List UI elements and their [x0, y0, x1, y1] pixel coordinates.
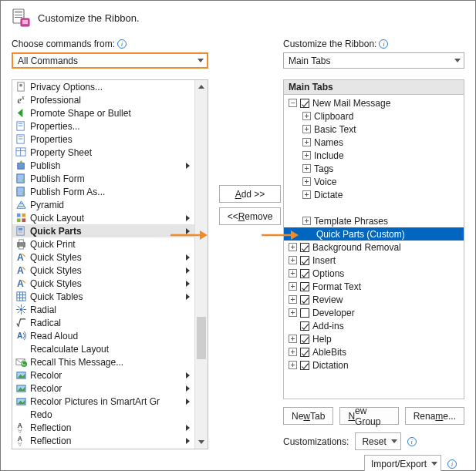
info-icon[interactable] [379, 39, 388, 49]
list-item[interactable]: AQuick Styles [12, 264, 194, 277]
import-export-button[interactable]: Import/Export [364, 455, 441, 471]
new-group-button[interactable]: New Group [339, 407, 398, 425]
list-item[interactable]: AAReflection [12, 434, 194, 447]
list-item[interactable]: Quick Parts [12, 224, 194, 237]
tree-item[interactable]: +AbleBits [284, 345, 464, 358]
expand-icon[interactable]: + [302, 151, 311, 160]
tree-item[interactable]: +Template Phrases [284, 214, 464, 227]
tree-item[interactable]: +Include [284, 149, 464, 162]
ribbon-tabs-select[interactable]: Main Tabs [283, 52, 464, 69]
new-tab-button[interactable]: New Tab [283, 407, 333, 425]
tree-item[interactable]: +Insert [284, 254, 464, 267]
list-item[interactable]: Quick Layout [12, 211, 194, 224]
list-item[interactable]: exProfessional [12, 93, 194, 106]
list-item-label: Quick Styles [30, 252, 186, 263]
expand-icon[interactable]: + [289, 361, 297, 369]
list-item[interactable]: Property Sheet [12, 146, 194, 159]
tree-item[interactable]: +Dictation [284, 358, 464, 372]
list-item[interactable]: Publish Form [12, 172, 194, 185]
list-item[interactable]: Radical [12, 316, 194, 329]
list-item[interactable]: AQuick Styles [12, 277, 194, 290]
checkbox[interactable] [300, 335, 309, 344]
list-item[interactable]: Properties... [12, 119, 194, 133]
tree-item[interactable]: +Dictate [284, 188, 464, 201]
list-item[interactable]: Quick Tables [12, 290, 194, 303]
tree-item[interactable]: +Background Removal [284, 241, 464, 254]
list-item[interactable]: AQuick Styles [12, 251, 194, 264]
checkbox[interactable] [300, 269, 309, 278]
expand-icon[interactable]: + [289, 348, 297, 356]
list-item[interactable]: Pyramid [12, 198, 194, 211]
commands-list[interactable]: Privacy Options...exProfessionalPromote … [12, 79, 208, 449]
info-icon[interactable] [407, 437, 417, 446]
tree-item[interactable]: +Names [284, 136, 464, 149]
scrollbar[interactable] [194, 80, 208, 449]
tree-item[interactable]: +Format Text [284, 280, 464, 293]
commands-source-select[interactable]: All Commands [12, 52, 208, 69]
tree-item[interactable]: +Help [284, 332, 464, 345]
reset-button[interactable]: Reset [355, 432, 400, 450]
checkbox[interactable] [300, 361, 309, 370]
expand-icon[interactable]: + [289, 295, 297, 304]
expand-icon[interactable]: + [302, 217, 311, 225]
expand-icon[interactable]: + [302, 138, 311, 146]
expand-icon[interactable]: + [289, 282, 297, 291]
expand-icon[interactable]: + [302, 125, 311, 133]
checkbox[interactable] [300, 256, 309, 265]
rename-button[interactable]: Rename... [405, 407, 464, 425]
info-icon[interactable] [117, 39, 127, 49]
info-icon[interactable] [447, 459, 457, 469]
add-button[interactable]: Add >> [219, 185, 281, 203]
list-item[interactable]: Promote Shape or Bullet [12, 106, 194, 119]
list-item[interactable]: ARead Aloud [12, 329, 194, 342]
tree-item[interactable]: +Basic Text [284, 123, 464, 136]
scroll-thumb[interactable] [197, 317, 206, 359]
tree-item[interactable]: Add-ins [284, 319, 464, 332]
checkbox[interactable] [300, 308, 309, 318]
collapse-icon[interactable]: − [289, 99, 297, 107]
list-item[interactable]: Privacy Options... [12, 80, 194, 93]
list-item-label: Recolor [30, 383, 186, 394]
list-item[interactable]: AAReflection [12, 421, 194, 434]
expand-icon[interactable]: + [289, 308, 297, 317]
tree-item[interactable]: +Options [284, 267, 464, 280]
checkbox[interactable] [300, 348, 309, 357]
tree-item[interactable]: +Tags [284, 162, 464, 175]
expand-icon[interactable]: + [302, 164, 311, 173]
list-item[interactable]: Recolor [12, 368, 194, 382]
expand-icon[interactable]: + [289, 335, 297, 343]
list-item[interactable]: Recalculate Layout [12, 342, 194, 355]
tree-item[interactable] [284, 201, 464, 214]
tree-item[interactable]: +Review [284, 293, 464, 306]
list-item[interactable]: Redo [12, 408, 194, 421]
expand-icon[interactable]: + [302, 112, 311, 120]
expand-icon[interactable]: + [289, 256, 297, 264]
expand-icon[interactable]: + [302, 177, 311, 186]
expand-icon[interactable]: + [289, 243, 297, 251]
tree-item[interactable]: Quick Parts (Custom) [284, 227, 464, 241]
list-item[interactable]: Recall This Message... [12, 355, 194, 368]
checkbox[interactable] [300, 321, 309, 331]
list-item[interactable]: Publish Form As... [12, 185, 194, 198]
ribbon-tree[interactable]: Main Tabs −New Mail Message+Clipboard+Ba… [283, 79, 464, 399]
expand-icon[interactable]: + [289, 269, 297, 278]
list-item[interactable]: Quick Print [12, 237, 194, 251]
list-item[interactable]: Recolor Pictures in SmartArt Gr [12, 395, 194, 408]
list-item[interactable]: Recolor [12, 382, 194, 395]
remove-button[interactable]: << Remove [219, 207, 281, 225]
checkbox[interactable] [300, 282, 309, 291]
tree-item[interactable]: +Clipboard [284, 109, 464, 123]
list-item[interactable]: Radial [12, 303, 194, 316]
checkbox[interactable] [300, 99, 309, 108]
tree-item[interactable]: +Developer [284, 306, 464, 319]
list-item[interactable]: AAReflection [12, 447, 194, 449]
checkbox[interactable] [300, 295, 309, 304]
scroll-up-button[interactable] [195, 80, 208, 93]
checkbox[interactable] [300, 243, 309, 252]
tree-item[interactable]: −New Mail Message [284, 96, 464, 109]
list-item[interactable]: Properties [12, 133, 194, 146]
expand-icon[interactable]: + [302, 190, 311, 199]
list-item[interactable]: Publish [12, 159, 194, 172]
tree-item[interactable]: +Voice [284, 175, 464, 188]
scroll-down-button[interactable] [195, 436, 208, 449]
